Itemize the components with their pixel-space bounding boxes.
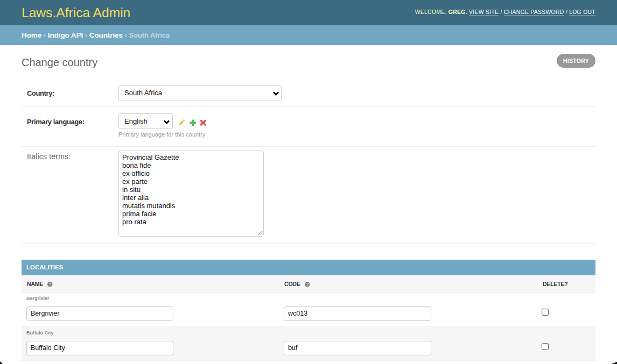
svg-text:?: ? bbox=[306, 282, 308, 287]
svg-text:?: ? bbox=[49, 282, 52, 287]
